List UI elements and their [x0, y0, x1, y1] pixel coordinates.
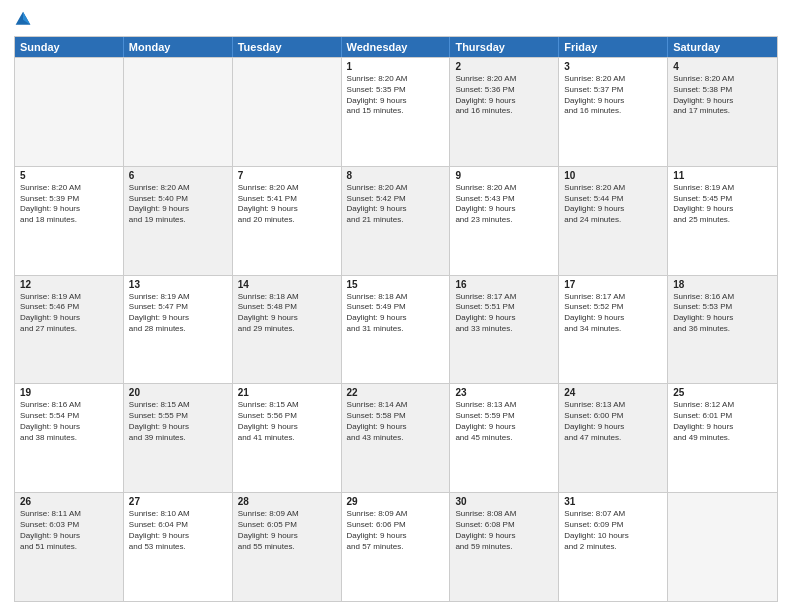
cal-cell-0-4: 2Sunrise: 8:20 AM Sunset: 5:36 PM Daylig…: [450, 58, 559, 166]
cal-cell-0-1: [124, 58, 233, 166]
day-number: 23: [455, 387, 553, 398]
calendar-body: 1Sunrise: 8:20 AM Sunset: 5:35 PM Daylig…: [15, 57, 777, 601]
cell-info: Sunrise: 8:11 AM Sunset: 6:03 PM Dayligh…: [20, 509, 118, 552]
day-number: 22: [347, 387, 445, 398]
cal-row-1: 5Sunrise: 8:20 AM Sunset: 5:39 PM Daylig…: [15, 166, 777, 275]
day-number: 29: [347, 496, 445, 507]
day-number: 24: [564, 387, 662, 398]
cell-info: Sunrise: 8:20 AM Sunset: 5:44 PM Dayligh…: [564, 183, 662, 226]
day-number: 6: [129, 170, 227, 181]
day-number: 4: [673, 61, 772, 72]
cell-info: Sunrise: 8:15 AM Sunset: 5:55 PM Dayligh…: [129, 400, 227, 443]
cal-cell-4-4: 30Sunrise: 8:08 AM Sunset: 6:08 PM Dayli…: [450, 493, 559, 601]
day-number: 1: [347, 61, 445, 72]
cal-cell-2-5: 17Sunrise: 8:17 AM Sunset: 5:52 PM Dayli…: [559, 276, 668, 384]
day-number: 8: [347, 170, 445, 181]
cal-cell-2-0: 12Sunrise: 8:19 AM Sunset: 5:46 PM Dayli…: [15, 276, 124, 384]
page: SundayMondayTuesdayWednesdayThursdayFrid…: [0, 0, 792, 612]
cell-info: Sunrise: 8:09 AM Sunset: 6:06 PM Dayligh…: [347, 509, 445, 552]
day-number: 3: [564, 61, 662, 72]
cell-info: Sunrise: 8:13 AM Sunset: 5:59 PM Dayligh…: [455, 400, 553, 443]
cal-cell-3-1: 20Sunrise: 8:15 AM Sunset: 5:55 PM Dayli…: [124, 384, 233, 492]
cell-info: Sunrise: 8:16 AM Sunset: 5:53 PM Dayligh…: [673, 292, 772, 335]
cal-cell-3-4: 23Sunrise: 8:13 AM Sunset: 5:59 PM Dayli…: [450, 384, 559, 492]
logo: [14, 10, 36, 28]
cell-info: Sunrise: 8:18 AM Sunset: 5:49 PM Dayligh…: [347, 292, 445, 335]
cal-cell-4-6: [668, 493, 777, 601]
cell-info: Sunrise: 8:17 AM Sunset: 5:51 PM Dayligh…: [455, 292, 553, 335]
cell-info: Sunrise: 8:20 AM Sunset: 5:35 PM Dayligh…: [347, 74, 445, 117]
day-number: 27: [129, 496, 227, 507]
cal-row-2: 12Sunrise: 8:19 AM Sunset: 5:46 PM Dayli…: [15, 275, 777, 384]
cell-info: Sunrise: 8:07 AM Sunset: 6:09 PM Dayligh…: [564, 509, 662, 552]
cal-cell-0-6: 4Sunrise: 8:20 AM Sunset: 5:38 PM Daylig…: [668, 58, 777, 166]
day-number: 2: [455, 61, 553, 72]
day-number: 5: [20, 170, 118, 181]
cal-header-monday: Monday: [124, 37, 233, 57]
cell-info: Sunrise: 8:18 AM Sunset: 5:48 PM Dayligh…: [238, 292, 336, 335]
cell-info: Sunrise: 8:20 AM Sunset: 5:43 PM Dayligh…: [455, 183, 553, 226]
day-number: 15: [347, 279, 445, 290]
day-number: 16: [455, 279, 553, 290]
calendar-header-row: SundayMondayTuesdayWednesdayThursdayFrid…: [15, 37, 777, 57]
day-number: 13: [129, 279, 227, 290]
cal-cell-4-2: 28Sunrise: 8:09 AM Sunset: 6:05 PM Dayli…: [233, 493, 342, 601]
cell-info: Sunrise: 8:20 AM Sunset: 5:37 PM Dayligh…: [564, 74, 662, 117]
cell-info: Sunrise: 8:20 AM Sunset: 5:40 PM Dayligh…: [129, 183, 227, 226]
cell-info: Sunrise: 8:14 AM Sunset: 5:58 PM Dayligh…: [347, 400, 445, 443]
cal-cell-2-3: 15Sunrise: 8:18 AM Sunset: 5:49 PM Dayli…: [342, 276, 451, 384]
cal-cell-0-2: [233, 58, 342, 166]
logo-icon: [14, 10, 32, 28]
cal-cell-1-3: 8Sunrise: 8:20 AM Sunset: 5:42 PM Daylig…: [342, 167, 451, 275]
cal-cell-4-1: 27Sunrise: 8:10 AM Sunset: 6:04 PM Dayli…: [124, 493, 233, 601]
cal-row-3: 19Sunrise: 8:16 AM Sunset: 5:54 PM Dayli…: [15, 383, 777, 492]
cal-cell-1-0: 5Sunrise: 8:20 AM Sunset: 5:39 PM Daylig…: [15, 167, 124, 275]
cell-info: Sunrise: 8:20 AM Sunset: 5:38 PM Dayligh…: [673, 74, 772, 117]
day-number: 7: [238, 170, 336, 181]
cell-info: Sunrise: 8:19 AM Sunset: 5:46 PM Dayligh…: [20, 292, 118, 335]
calendar: SundayMondayTuesdayWednesdayThursdayFrid…: [14, 36, 778, 602]
cal-cell-3-5: 24Sunrise: 8:13 AM Sunset: 6:00 PM Dayli…: [559, 384, 668, 492]
cal-cell-1-4: 9Sunrise: 8:20 AM Sunset: 5:43 PM Daylig…: [450, 167, 559, 275]
cal-cell-0-0: [15, 58, 124, 166]
day-number: 10: [564, 170, 662, 181]
day-number: 19: [20, 387, 118, 398]
cal-row-4: 26Sunrise: 8:11 AM Sunset: 6:03 PM Dayli…: [15, 492, 777, 601]
cell-info: Sunrise: 8:12 AM Sunset: 6:01 PM Dayligh…: [673, 400, 772, 443]
cal-cell-4-3: 29Sunrise: 8:09 AM Sunset: 6:06 PM Dayli…: [342, 493, 451, 601]
day-number: 9: [455, 170, 553, 181]
day-number: 28: [238, 496, 336, 507]
cal-cell-3-2: 21Sunrise: 8:15 AM Sunset: 5:56 PM Dayli…: [233, 384, 342, 492]
cal-cell-1-2: 7Sunrise: 8:20 AM Sunset: 5:41 PM Daylig…: [233, 167, 342, 275]
cal-cell-2-4: 16Sunrise: 8:17 AM Sunset: 5:51 PM Dayli…: [450, 276, 559, 384]
cell-info: Sunrise: 8:20 AM Sunset: 5:36 PM Dayligh…: [455, 74, 553, 117]
day-number: 18: [673, 279, 772, 290]
cell-info: Sunrise: 8:20 AM Sunset: 5:41 PM Dayligh…: [238, 183, 336, 226]
cal-cell-0-3: 1Sunrise: 8:20 AM Sunset: 5:35 PM Daylig…: [342, 58, 451, 166]
cal-header-wednesday: Wednesday: [342, 37, 451, 57]
cal-cell-2-2: 14Sunrise: 8:18 AM Sunset: 5:48 PM Dayli…: [233, 276, 342, 384]
cal-cell-2-6: 18Sunrise: 8:16 AM Sunset: 5:53 PM Dayli…: [668, 276, 777, 384]
cal-header-tuesday: Tuesday: [233, 37, 342, 57]
cell-info: Sunrise: 8:08 AM Sunset: 6:08 PM Dayligh…: [455, 509, 553, 552]
cal-cell-1-6: 11Sunrise: 8:19 AM Sunset: 5:45 PM Dayli…: [668, 167, 777, 275]
cal-cell-0-5: 3Sunrise: 8:20 AM Sunset: 5:37 PM Daylig…: [559, 58, 668, 166]
cell-info: Sunrise: 8:20 AM Sunset: 5:42 PM Dayligh…: [347, 183, 445, 226]
cal-cell-4-0: 26Sunrise: 8:11 AM Sunset: 6:03 PM Dayli…: [15, 493, 124, 601]
cal-row-0: 1Sunrise: 8:20 AM Sunset: 5:35 PM Daylig…: [15, 57, 777, 166]
day-number: 14: [238, 279, 336, 290]
cal-cell-3-0: 19Sunrise: 8:16 AM Sunset: 5:54 PM Dayli…: [15, 384, 124, 492]
day-number: 17: [564, 279, 662, 290]
cal-header-thursday: Thursday: [450, 37, 559, 57]
header: [14, 10, 778, 28]
day-number: 11: [673, 170, 772, 181]
cell-info: Sunrise: 8:17 AM Sunset: 5:52 PM Dayligh…: [564, 292, 662, 335]
cal-cell-4-5: 31Sunrise: 8:07 AM Sunset: 6:09 PM Dayli…: [559, 493, 668, 601]
cell-info: Sunrise: 8:19 AM Sunset: 5:47 PM Dayligh…: [129, 292, 227, 335]
cell-info: Sunrise: 8:16 AM Sunset: 5:54 PM Dayligh…: [20, 400, 118, 443]
day-number: 12: [20, 279, 118, 290]
cell-info: Sunrise: 8:20 AM Sunset: 5:39 PM Dayligh…: [20, 183, 118, 226]
cell-info: Sunrise: 8:15 AM Sunset: 5:56 PM Dayligh…: [238, 400, 336, 443]
cal-cell-3-3: 22Sunrise: 8:14 AM Sunset: 5:58 PM Dayli…: [342, 384, 451, 492]
cell-info: Sunrise: 8:13 AM Sunset: 6:00 PM Dayligh…: [564, 400, 662, 443]
